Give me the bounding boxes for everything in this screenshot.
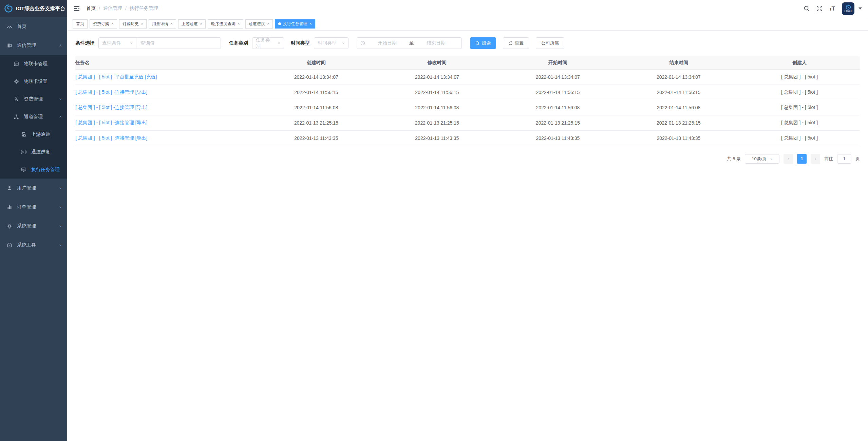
- creator-cell: [ 总集团 ] - [ 5iot ]: [739, 100, 860, 115]
- breadcrumb-separator: /: [125, 6, 127, 11]
- creator-cell: [ 总集团 ] - [ 5iot ]: [739, 130, 860, 146]
- sidebar-item-fee-manage[interactable]: 资费管理 ∨: [0, 90, 67, 108]
- category-select-placeholder: 任务类别: [256, 37, 275, 49]
- condition-select-placeholder: 查询条件: [102, 40, 121, 46]
- avatar-dropdown-caret-icon[interactable]: [858, 7, 862, 10]
- start-time-cell: 2022-01-13 11:43:35: [497, 130, 618, 146]
- modified-time-cell: 2022-01-13 11:43:35: [377, 130, 497, 146]
- sidebar-collapse-icon[interactable]: [73, 5, 80, 12]
- avatar-label: 云测科技: [844, 10, 853, 13]
- task-table: 任务名 创建时间 修改时间 开始时间 结束时间 创建人 [ 总集团 ] - [ …: [75, 56, 860, 146]
- tab-rotation-progress[interactable]: 轮序进度查询 ×: [208, 19, 243, 29]
- sidebar-item-system-tools[interactable]: 系统工具 ∨: [0, 236, 67, 255]
- sidebar-item-label: 通道管理: [24, 114, 43, 120]
- active-tab-dot: [278, 22, 281, 25]
- sidebar-item-channel-manage[interactable]: 通道管理 ∧: [0, 108, 67, 126]
- sidebar-item-label: 通信管理: [17, 42, 36, 49]
- fontsize-icon[interactable]: TT: [829, 6, 835, 12]
- close-icon[interactable]: ×: [200, 22, 202, 26]
- sidebar-item-user-manage[interactable]: 用户管理 ∨: [0, 179, 67, 198]
- pagination: 共 5 条 10条/页 ∨ ‹ 1 › 前往 页: [75, 154, 860, 164]
- close-icon[interactable]: ×: [267, 22, 269, 26]
- company-scope-button[interactable]: 公司所属: [536, 37, 564, 49]
- tab-task-manage[interactable]: 执行任务管理 ×: [275, 19, 315, 29]
- task-name-link[interactable]: [ 总集团 ] - [ 5iot ] -平台批量充值 [充值]: [75, 74, 157, 79]
- sidebar-item-label: 物联卡管理: [24, 61, 48, 67]
- col-task-name: 任务名: [75, 56, 256, 69]
- goto-label: 前往: [824, 156, 833, 162]
- reset-button[interactable]: 重置: [503, 37, 529, 49]
- sidebar-item-upstream-channel[interactable]: 上游通道: [0, 126, 67, 143]
- col-creator: 创建人: [739, 56, 860, 69]
- tab-usage-detail[interactable]: 用量详情 ×: [149, 19, 176, 29]
- time-type-select[interactable]: 时间类型 ∨: [314, 37, 348, 49]
- start-time-cell: 2022-01-14 11:56:15: [497, 85, 618, 100]
- task-name-link[interactable]: [ 总集团 ] - [ 5iot ] -连接管理 [导出]: [75, 120, 147, 125]
- sidebar-item-channel-progress[interactable]: 通道进度: [0, 143, 67, 161]
- sidebar-item-label: 上游通道: [31, 131, 50, 137]
- current-page-button[interactable]: 1: [797, 154, 807, 164]
- fontsize-small-t: T: [829, 7, 832, 11]
- search-button[interactable]: 搜索: [470, 37, 496, 49]
- condition-select[interactable]: 查询条件 ∨: [98, 37, 136, 49]
- close-icon[interactable]: ×: [170, 22, 173, 26]
- fullscreen-icon[interactable]: [816, 5, 823, 12]
- signal-icon: [21, 149, 26, 155]
- sim-setting-icon: [14, 79, 19, 84]
- end-time-cell: 2022-01-14 13:34:07: [618, 69, 739, 85]
- chevron-down-icon: ∨: [342, 41, 345, 45]
- search-icon[interactable]: [804, 5, 810, 12]
- tab-channel-progress[interactable]: 通道进度 ×: [245, 19, 273, 29]
- close-icon[interactable]: ×: [111, 22, 114, 26]
- task-name-link[interactable]: [ 总集团 ] - [ 5iot ] -连接管理 [导出]: [75, 135, 147, 141]
- sidebar-item-system-manage[interactable]: 系统管理 ∨: [0, 217, 67, 236]
- sidebar-item-sim-manage[interactable]: 物联卡管理: [0, 55, 67, 73]
- search-button-label: 搜索: [482, 40, 491, 46]
- filter-bar: 条件选择 查询条件 ∨ 任务类别 任务类别 ∨ 时间类型 时间类型 ∨: [75, 37, 860, 49]
- chevron-down-icon: ∨: [59, 186, 62, 190]
- tab-upstream-channel[interactable]: 上游通道 ×: [178, 19, 206, 29]
- sidebar-item-sim-setting[interactable]: 物联卡设置: [0, 73, 67, 90]
- breadcrumb-home[interactable]: 首页: [86, 5, 96, 12]
- date-range-picker[interactable]: 开始日期 至 结束日期: [357, 37, 462, 49]
- tab-label: 订购历史: [122, 21, 139, 27]
- tab-home[interactable]: 首页: [73, 19, 88, 29]
- chevron-down-icon: ∨: [59, 243, 62, 247]
- sidebar-item-label: 物联卡设置: [24, 78, 48, 85]
- query-value-input[interactable]: [136, 37, 221, 49]
- tab-order-history[interactable]: 订购历史 ×: [119, 19, 147, 29]
- chevron-up-icon: ∧: [59, 115, 62, 118]
- avatar[interactable]: 云测科技: [842, 2, 854, 15]
- tab-label: 上游通道: [182, 21, 198, 27]
- page-size-select[interactable]: 10条/页 ∨: [745, 154, 779, 164]
- prev-page-button[interactable]: ‹: [784, 154, 793, 164]
- task-monitor-icon: [21, 167, 26, 172]
- sidebar-item-label: 系统工具: [17, 242, 36, 248]
- task-name-link[interactable]: [ 总集团 ] - [ 5iot ] -连接管理 [导出]: [75, 105, 147, 110]
- sidebar-item-task-manage[interactable]: 执行任务管理: [0, 161, 67, 179]
- close-icon[interactable]: ×: [238, 22, 240, 26]
- end-time-cell: 2022-01-14 11:56:08: [618, 100, 739, 115]
- sidebar-item-home[interactable]: 首页: [0, 17, 67, 36]
- channel-icon: [14, 114, 19, 120]
- category-select[interactable]: 任务类别 ∨: [252, 37, 284, 49]
- tab-label: 轮序进度查询: [211, 21, 235, 27]
- chevron-down-icon: ∨: [59, 205, 62, 209]
- close-icon[interactable]: ×: [309, 22, 312, 26]
- sidebar-item-order-manage[interactable]: 订单管理 ∨: [0, 198, 67, 217]
- sidebar-item-label: 首页: [17, 23, 26, 30]
- breadcrumb-communication: 通信管理: [103, 5, 122, 12]
- close-icon[interactable]: ×: [141, 22, 143, 26]
- sidebar-item-communication[interactable]: 通信管理 ∧: [0, 36, 67, 55]
- creator-cell: [ 总集团 ] - [ 5iot ]: [739, 115, 860, 130]
- sidebar-item-label: 执行任务管理: [31, 167, 60, 173]
- task-name-link[interactable]: [ 总集团 ] - [ 5iot ] -连接管理 [导出]: [75, 89, 147, 95]
- page-size-label: 10条/页: [752, 156, 767, 162]
- sidebar-menu: 首页 通信管理 ∧ 物联卡管理 物联卡设置: [0, 17, 67, 255]
- top-bar: 首页 / 通信管理 / 执行任务管理 TT 云测科技: [67, 0, 868, 17]
- time-type-label: 时间类型: [291, 40, 310, 46]
- tab-fee-order[interactable]: 资费订购 ×: [90, 19, 117, 29]
- chevron-down-icon: ∨: [278, 41, 280, 45]
- next-page-button[interactable]: ›: [811, 154, 820, 164]
- goto-page-input[interactable]: [837, 154, 851, 164]
